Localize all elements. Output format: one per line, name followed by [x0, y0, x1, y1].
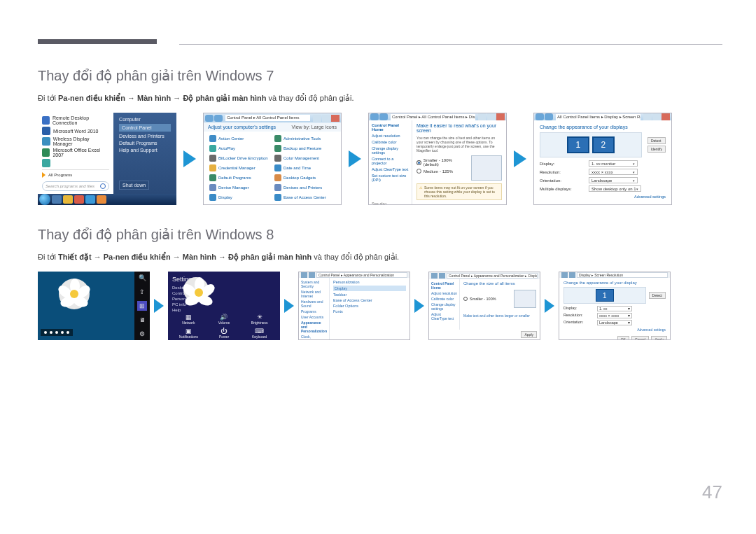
side-link[interactable]: Change display settings — [431, 302, 457, 311]
start-orb-icon[interactable] — [39, 194, 50, 205]
maximize-icon[interactable] — [322, 115, 330, 122]
side-link[interactable]: Set custom text size (DPI) — [372, 174, 409, 182]
charm-settings-icon[interactable]: ⚙ — [137, 329, 147, 339]
nav-back-icon[interactable] — [536, 113, 544, 120]
side-link[interactable]: Change display settings — [372, 146, 409, 155]
nav-back-icon[interactable] — [205, 115, 214, 122]
side-link[interactable]: Adjust resolution — [372, 134, 409, 138]
startmenu-right-item[interactable]: Control Panel — [119, 124, 171, 132]
cp-item[interactable]: Credential Manager — [209, 164, 270, 172]
cp-main-item[interactable]: Ease of Access Center — [333, 298, 406, 302]
cp-nav[interactable]: Programs — [301, 309, 327, 314]
side-link[interactable]: Adjust resolution — [431, 291, 457, 295]
tile-notifications[interactable]: ▣Notifications — [172, 328, 205, 339]
option-medium[interactable]: Medium - 125% — [416, 169, 467, 174]
cp-item[interactable]: Date and Time — [274, 164, 335, 172]
tile-power[interactable]: ⏻Power — [208, 328, 241, 339]
taskbar-wmp-icon[interactable] — [97, 195, 106, 204]
cp-item[interactable]: AutoPlay — [209, 144, 270, 153]
charm-start-icon[interactable]: ⊞ — [137, 301, 147, 311]
tile-brightness[interactable]: ☀Brightness — [243, 314, 276, 325]
cancel-button[interactable]: Cancel — [631, 336, 650, 340]
combo-resolution[interactable]: xxxx × xxxx — [589, 169, 638, 175]
cp-main-item[interactable]: Taskbar — [333, 293, 406, 297]
nav-forward-icon[interactable] — [309, 272, 315, 278]
monitor-1[interactable]: 1 — [596, 289, 614, 302]
monitor-1[interactable]: 1 — [567, 136, 589, 153]
close-icon[interactable] — [662, 113, 670, 120]
tile-volume[interactable]: 🔊Volume — [208, 314, 241, 325]
apply-button[interactable]: Apply — [521, 331, 537, 338]
breadcrumb[interactable]: Control Panel ▸ Appearance and Personali… — [447, 273, 538, 279]
cp-item[interactable]: BitLocker Drive Encryption — [209, 154, 270, 162]
cp-nav[interactable]: User Accounts — [301, 315, 327, 319]
option-smaller[interactable]: Smaller - 100% (default) — [416, 158, 467, 167]
combo-display[interactable]: 1. xx monitor — [589, 160, 638, 167]
side-link[interactable]: Connect to a projector — [372, 157, 409, 165]
nav-back-icon[interactable] — [431, 273, 438, 279]
identify-button[interactable]: Identify — [648, 146, 666, 153]
nav-forward-icon[interactable] — [569, 272, 575, 278]
close-icon[interactable] — [496, 113, 505, 120]
taskbar-explorer-icon[interactable] — [63, 195, 73, 204]
cp-item[interactable]: Device Manager — [209, 183, 270, 192]
charm-devices-icon[interactable]: 🖥 — [137, 315, 147, 325]
cp-item[interactable]: Color Management — [274, 154, 335, 162]
nav-back-icon[interactable] — [561, 272, 568, 278]
combo-orientation[interactable]: Landscape▾ — [597, 320, 632, 325]
tile-keyboard[interactable]: ⌨Keyboard — [243, 328, 276, 339]
cp-nav[interactable]: Appearance and Personalization — [301, 321, 327, 333]
breadcrumb[interactable]: Control Panel ▸ All Control Panel Items … — [391, 114, 475, 120]
cp-main-item[interactable]: Personalization — [333, 280, 406, 284]
cp-item[interactable]: Display — [209, 193, 270, 202]
taskbar-chrome-icon[interactable] — [74, 195, 84, 204]
detect-button[interactable]: Detect — [648, 137, 666, 144]
cp-nav[interactable]: Network and Internet — [301, 290, 327, 298]
startmenu-right-item[interactable]: Computer — [119, 117, 171, 122]
taskbar-ie-icon[interactable] — [52, 195, 62, 204]
cp-item[interactable]: Backup and Restore — [274, 144, 335, 153]
cp-item[interactable]: Desktop Gadgets — [274, 174, 335, 182]
side-link[interactable]: Calibrate color — [372, 140, 409, 144]
apply-button[interactable]: Apply — [651, 336, 667, 340]
startmenu-right-item[interactable]: Help and Support — [119, 148, 171, 153]
charm-share-icon[interactable]: ⇪ — [137, 287, 147, 297]
combo-orientation[interactable]: Landscape — [589, 177, 638, 183]
cp-main-item[interactable]: Folder Options — [333, 304, 406, 308]
startmenu-right-item[interactable]: Default Programs — [119, 141, 171, 146]
side-link[interactable]: Calibrate color — [431, 297, 457, 301]
taskbar-app-icon[interactable] — [85, 195, 95, 204]
monitor-2[interactable]: 2 — [592, 136, 615, 153]
advanced-settings-link[interactable]: Advanced settings — [637, 328, 666, 332]
cp-main-item[interactable]: Display — [333, 286, 406, 291]
nav-forward-icon[interactable] — [214, 115, 223, 122]
start-search-input[interactable]: Search programs and files — [42, 181, 109, 191]
side-link[interactable]: Adjust ClearType text — [431, 312, 457, 321]
minimize-icon[interactable] — [313, 115, 321, 122]
ok-button[interactable]: OK — [617, 336, 629, 340]
cp-main-item[interactable]: Fonts — [333, 309, 406, 314]
close-icon[interactable] — [331, 115, 340, 122]
cp-nav[interactable]: Hardware and Sound — [301, 300, 327, 308]
nav-forward-icon[interactable] — [379, 113, 388, 120]
all-programs-button[interactable]: All Programs — [42, 169, 109, 180]
shutdown-button[interactable]: Shut down — [119, 181, 149, 190]
cp-nav[interactable]: Clock, Language, Region — [301, 335, 327, 340]
maximize-icon[interactable] — [652, 113, 661, 120]
combo-resolution[interactable]: xxxx × xxxx▾ — [597, 313, 632, 318]
view-by-label[interactable]: View by: Large icons — [292, 125, 337, 129]
cp-item[interactable]: Administrative Tools — [274, 134, 335, 143]
combo-display[interactable]: 1. xx▾ — [597, 306, 632, 311]
breadcrumb[interactable]: All Control Panel Items ▸ Display ▸ Scre… — [556, 114, 640, 120]
breadcrumb[interactable]: Control Panel ▸ All Control Panel Items — [225, 115, 310, 121]
breadcrumb[interactable]: Display ▸ Screen Resolution — [577, 272, 668, 278]
settings-item[interactable]: Help — [172, 308, 276, 312]
cp-item[interactable]: Ease of Access Center — [274, 193, 335, 202]
cp-nav[interactable]: System and Security — [301, 280, 327, 288]
link[interactable]: Make text and other items larger or smal… — [463, 314, 536, 318]
nav-back-icon[interactable] — [370, 113, 379, 120]
charm-search-icon[interactable]: 🔍 — [137, 273, 147, 283]
advanced-settings-link[interactable]: Advanced settings — [634, 195, 666, 199]
link[interactable]: Connect to a projector (or press the ⊞ k… — [540, 204, 666, 205]
minimize-icon[interactable] — [643, 113, 652, 120]
